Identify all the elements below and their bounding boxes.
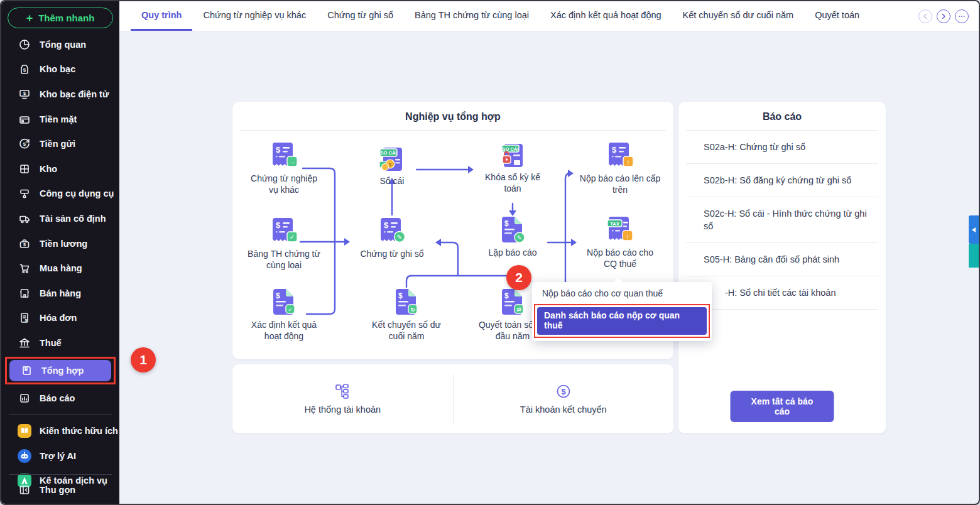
ledger-lock-icon: SỔ CÁI: [498, 141, 527, 170]
tab-xac-dinh-ket-qua-hoat-dong[interactable]: Xác định kết quả hoạt động: [540, 1, 672, 31]
svg-text:✎: ✎: [517, 234, 522, 241]
svg-text:$: $: [23, 90, 26, 96]
svg-text:$: $: [276, 145, 281, 155]
flow-node-label: Sổ cái: [380, 175, 405, 187]
sidebar-item-bao-cao[interactable]: Báo cáo: [1, 386, 119, 411]
sidebar-item-kien-thuc-huu-ich[interactable]: Kiến thức hữu ích: [1, 418, 119, 443]
flow-node-nop-bao-cao-len-cap-tren[interactable]: $↑ Nộp báo cáo lên cấp trên: [576, 141, 664, 195]
tabs-scroll-left-button[interactable]: [918, 9, 932, 23]
tab-chung-tu-nghiep-vu-khac[interactable]: Chứng từ nghiệp vụ khác: [192, 1, 317, 31]
svg-text:↻: ↻: [410, 307, 415, 313]
dock-expand-tab[interactable]: [969, 215, 979, 244]
sidebar-item-cong-cu-dung-cu[interactable]: Công cụ dụng cụ: [1, 182, 119, 207]
tab-ket-chuyen-so-du-cuoi-nam[interactable]: Kết chuyển số dư cuối năm: [672, 1, 805, 31]
flow-node-lap-bao-cao[interactable]: $✎ Lập báo cáo: [469, 215, 557, 258]
quick-add-button[interactable]: + Thêm nhanh: [8, 8, 113, 28]
svg-text:$: $: [384, 220, 389, 230]
flow-node-bang-th-chung-tu-cung-loai[interactable]: $✓ Bảng TH chứng từ cùng loại: [240, 216, 328, 271]
flow-node-chung-tu-ghi-so[interactable]: $✎ Chứng từ ghi sổ: [348, 216, 436, 259]
sidebar-item-tong-hop[interactable]: Tổng hợp: [9, 360, 111, 381]
tools-icon: [18, 187, 31, 200]
sidebar: + Thêm nhanh Tổng quan $ Kho bạc $ Kho b…: [1, 1, 119, 504]
store-icon: [18, 286, 31, 300]
flow-node-nop-bao-cao-cho-cq-thue[interactable]: TAX↑ Nộp báo cáo cho CQ thuế: [576, 215, 664, 269]
sidebar-item-label: Trợ lý AI: [40, 451, 76, 461]
bank-icon: [18, 336, 31, 350]
account-system-link[interactable]: Hệ thống tài khoản: [232, 364, 453, 433]
sidebar-item-mua-hang[interactable]: Mua hàng: [1, 256, 119, 281]
sidebar-item-label: Tiền lương: [40, 239, 87, 249]
flow-node-label: Chứng từ ghi sổ: [360, 248, 423, 259]
sidebar-item-kho-bac[interactable]: $ Kho bạc: [1, 57, 119, 82]
sidebar-divider: [9, 474, 112, 475]
menu-item-danh-sach-bao-cao-nop-co-quan-thue[interactable]: Danh sách báo cáo nộp cơ quan thuế: [537, 307, 707, 335]
annotation-step-1-badge: 1: [131, 347, 156, 372]
document-edit-icon: $✎: [499, 215, 526, 245]
view-all-reports-button[interactable]: Xem tất cả báo cáo: [731, 391, 834, 422]
sidebar-item-kho-bac-dien-tu[interactable]: $ Kho bạc điện tử: [1, 82, 119, 107]
flow-node-ket-chuyen-so-du-cuoi-nam[interactable]: $↻ Kết chuyển số dư cuối năm: [362, 287, 450, 342]
svg-text:$: $: [23, 67, 26, 73]
carry-forward-account-link[interactable]: $ Tài khoản kết chuyển: [454, 364, 674, 433]
sidebar-item-tong-quan[interactable]: Tổng quan: [1, 32, 119, 57]
flow-node-chung-tu-nghiep-vu-khac[interactable]: $→ Chứng từ nghiệp vụ khác: [240, 141, 328, 195]
receipt-arrow-icon: $→: [270, 141, 298, 171]
truck-icon: [18, 212, 31, 225]
tab-quyet-toan[interactable]: Quyết toán: [804, 1, 870, 31]
svg-text:$: $: [25, 318, 28, 323]
carry-forward-account-label: Tài khoản kết chuyển: [520, 405, 607, 415]
tabs-more-button[interactable]: [955, 9, 969, 23]
menu-item-nop-bao-cao-cho-co-quan-thue[interactable]: Nộp báo cáo cho cơ quan thuế: [532, 286, 712, 302]
svg-text:TAX: TAX: [610, 221, 619, 227]
sidebar-item-tro-ly-ai[interactable]: Trợ lý AI: [1, 443, 119, 469]
sidebar-item-label: Tài sản cố định: [40, 214, 106, 224]
sidebar-item-tien-gui[interactable]: $ Tiền gửi: [1, 131, 119, 156]
sidebar-item-label: Kho bạc điện tử: [40, 89, 109, 99]
annotation-red-outline-menu: Danh sách báo cáo nộp cơ quan thuế: [534, 304, 710, 338]
sidebar-item-tai-san-co-dinh[interactable]: Tài sản cố định: [1, 206, 119, 231]
sidebar-item-thue[interactable]: Thuế: [1, 330, 119, 356]
tab-chung-tu-ghi-so[interactable]: Chứng từ ghi sổ: [317, 1, 404, 31]
tab-quy-trinh[interactable]: Quy trình: [131, 1, 192, 31]
svg-text:SỔ CÁI: SỔ CÁI: [381, 150, 397, 156]
sidebar-item-label: Bán hàng: [40, 288, 81, 298]
sidebar-item-tien-luong[interactable]: $ Tiền lương: [1, 231, 119, 256]
svg-text:→: →: [289, 158, 295, 165]
flow-node-xac-dinh-ket-qua-hoat-dong[interactable]: $✓ Xác định kết quả hoạt động: [240, 287, 328, 342]
report-item-s02b[interactable]: S02b-H: Sổ đăng ký chứng từ ghi sổ: [686, 164, 878, 197]
report-item-s05[interactable]: S05-H: Bảng cân đối số phát sinh: [686, 243, 878, 276]
sidebar-item-tien-mat[interactable]: Tiền mặt: [1, 107, 119, 132]
flow-node-label: Xác định kết quả hoạt động: [242, 319, 325, 342]
tab-bang-th-chung-tu-cung-loai[interactable]: Bảng TH chứng từ cùng loại: [404, 1, 540, 31]
ledger-icon: [19, 364, 33, 377]
annotation-step-2-badge: 2: [506, 265, 531, 290]
collapse-sidebar-button[interactable]: Thu gọn: [1, 480, 119, 500]
flow-node-label: Nộp báo cáo lên cấp trên: [579, 173, 661, 195]
svg-text:$: $: [276, 220, 281, 230]
report-item-so-chi-tiet[interactable]: -H: Sổ chi tiết các tài khoản: [686, 276, 878, 310]
invoice-icon: $: [18, 311, 31, 325]
reports-panel: Báo cáo S02a-H: Chứng từ ghi sổ S02b-H: …: [678, 102, 886, 433]
flow-node-khoa-so-ky-ke-toan[interactable]: SỔ CÁI Khóa sổ kỳ kế toán: [469, 141, 557, 194]
sidebar-item-label: Kho: [40, 164, 57, 174]
svg-text:↑: ↑: [626, 232, 629, 240]
cash-icon: [18, 112, 31, 126]
report-item-s02a[interactable]: S02a-H: Chứng từ ghi sổ: [686, 131, 878, 164]
dock-teal-tab[interactable]: [969, 244, 979, 268]
treasury-icon: $: [18, 62, 31, 76]
sidebar-item-hoa-don[interactable]: $ Hóa đơn: [1, 306, 119, 331]
tab-bar-actions: [918, 1, 979, 31]
tabs-scroll-right-button[interactable]: [937, 9, 950, 23]
svg-text:$: $: [612, 145, 617, 155]
sidebar-item-kho[interactable]: Kho: [1, 156, 119, 182]
annotation-red-outline-sidebar: Tổng hợp: [5, 357, 116, 384]
flow-node-label: Bảng TH chứng từ cùng loại: [247, 248, 321, 271]
sidebar-nav: Tổng quan $ Kho bạc $ Kho bạc điện tử Ti…: [1, 32, 119, 493]
sidebar-item-label: Hóa đơn: [40, 313, 77, 323]
knowledge-book-icon: [18, 424, 31, 438]
flow-node-so-cai[interactable]: SỔ CÁI$ Sổ cái: [348, 144, 436, 187]
sidebar-item-ban-hang[interactable]: Bán hàng: [1, 281, 119, 306]
report-item-s02c[interactable]: S02c-H: Sổ cái - Hình thức chứng từ ghi …: [686, 197, 878, 243]
context-menu: Nộp báo cáo cho cơ quan thuế Danh sách b…: [532, 282, 712, 341]
report-icon: [18, 391, 31, 405]
